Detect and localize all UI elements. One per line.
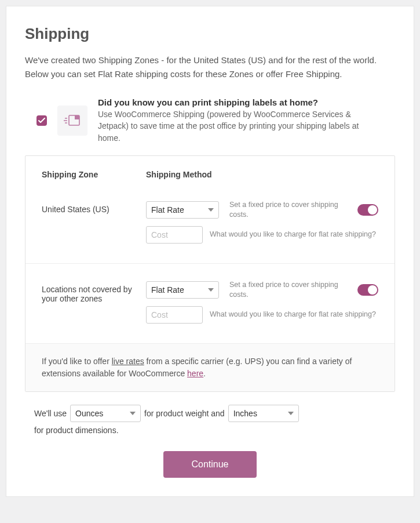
zone-name: Locations not covered by your other zone…: [42, 280, 146, 303]
cost-hint: What would you like to charge for flat r…: [210, 310, 378, 320]
shipping-method-select[interactable]: Flat Rate: [146, 281, 219, 299]
method-hint: Set a fixed price to cover shipping cost…: [229, 200, 347, 220]
intro-text: We've created two Shipping Zones - for t…: [25, 53, 395, 81]
units-row: We'll use Ounces for product weight and …: [25, 392, 395, 451]
table-header: Shipping Zone Shipping Method: [25, 156, 395, 184]
shipping-method-select[interactable]: Flat Rate: [146, 201, 219, 219]
print-labels-callout: Did you know you can print shipping labe…: [25, 97, 395, 155]
units-label-post: for product dimensions.: [34, 426, 119, 435]
zone-name: United States (US): [42, 200, 146, 214]
header-method: Shipping Method: [146, 170, 378, 179]
svg-rect-1: [75, 115, 79, 119]
units-label-pre: We'll use: [34, 409, 67, 418]
table-row: United States (US) Flat Rate Set a fixed…: [25, 184, 395, 264]
zone-enabled-toggle[interactable]: [357, 204, 378, 216]
cost-input[interactable]: [146, 306, 203, 324]
live-rates-text: live rates: [112, 357, 144, 366]
continue-button[interactable]: Continue: [163, 451, 256, 478]
print-labels-checkbox[interactable]: [36, 115, 47, 126]
units-label-mid: for product weight and: [144, 409, 225, 418]
header-zone: Shipping Zone: [42, 170, 146, 179]
cost-hint: What would you like to charge for flat r…: [210, 230, 378, 240]
extensions-link[interactable]: here: [187, 369, 203, 378]
method-hint: Set a fixed price to cover shipping cost…: [229, 280, 347, 300]
cost-input[interactable]: [146, 226, 203, 244]
weight-unit-select[interactable]: Ounces: [70, 405, 141, 422]
callout-text: Did you know you can print shipping labe…: [98, 97, 384, 144]
page-title: Shipping: [25, 25, 395, 43]
callout-body: Use WooCommerce Shipping (powered by Woo…: [98, 108, 384, 144]
check-icon: [38, 118, 45, 124]
shipping-zones-table: Shipping Zone Shipping Method United Sta…: [25, 155, 395, 392]
shipping-setup-card: Shipping We've created two Shipping Zone…: [6, 6, 414, 497]
dimension-unit-select[interactable]: Inches: [228, 405, 299, 422]
live-rates-footnote: If you'd like to offer live rates from a…: [25, 344, 395, 391]
table-row: Locations not covered by your other zone…: [25, 264, 395, 344]
zone-enabled-toggle[interactable]: [357, 284, 378, 296]
shipping-label-icon: [57, 106, 87, 136]
callout-heading: Did you know you can print shipping labe…: [98, 97, 384, 107]
